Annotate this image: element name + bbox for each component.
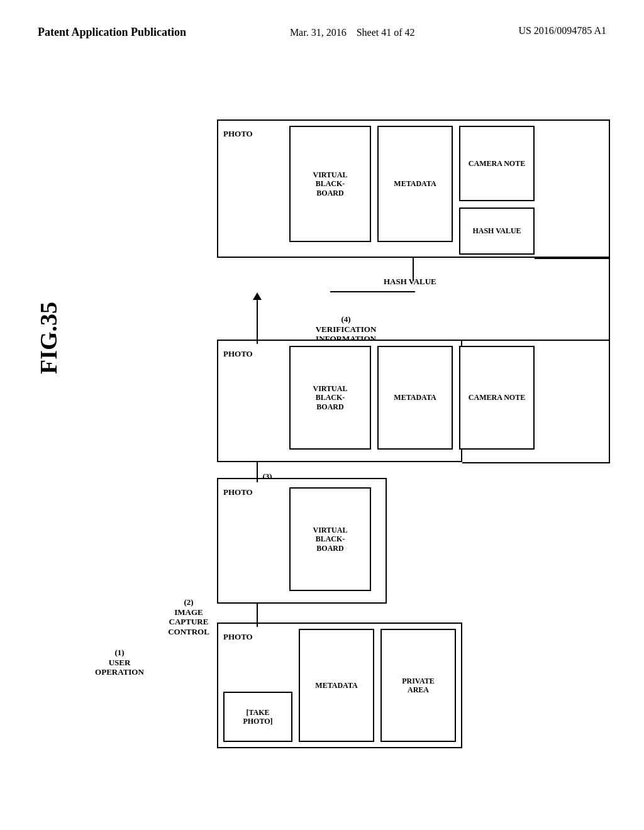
- page-header: Patent Application Publication Mar. 31, …: [0, 0, 644, 40]
- figure-label: FIG.35: [35, 302, 62, 374]
- header-date-sheet: Mar. 31, 2016 Sheet 41 of 42: [290, 25, 415, 40]
- header-sheet: Sheet 41 of 42: [357, 27, 415, 38]
- step4-camera-note-label: CAMERA NOTE: [469, 159, 525, 168]
- step1-private-area-box: PRIVATEAREA: [380, 629, 456, 742]
- step4-hash-value-box: HASH VALUE: [459, 208, 535, 255]
- step4-metadata-box: METADATA: [377, 126, 453, 242]
- step4-metadata-label: METADATA: [394, 179, 436, 188]
- stage-1-text: USEROPERATION: [88, 658, 151, 677]
- take-photo-label: [TAKEPHOTO]: [243, 708, 272, 726]
- step1-metadata-label: METADATA: [315, 681, 357, 690]
- header-date: Mar. 31, 2016: [290, 27, 347, 38]
- step4-virtual-board-box: VIRTUALBLACK-BOARD: [289, 126, 371, 242]
- step4-hash-value-label: HASH VALUE: [472, 226, 521, 235]
- step4-camera-note-box: CAMERA NOTE: [459, 126, 535, 201]
- step2-virtual-board-label: VIRTUALBLACK-BOARD: [313, 526, 348, 553]
- header-publication-label: Patent Application Publication: [38, 25, 186, 40]
- step3-virtual-board-label: VIRTUALBLACK-BOARD: [313, 384, 348, 411]
- h-line-step3-to-step4-top: [462, 340, 610, 341]
- step3-camera-note-label: CAMERA NOTE: [469, 393, 525, 402]
- h-line-to-hashval: [535, 258, 610, 259]
- step3-metadata-label: METADATA: [394, 393, 436, 402]
- step2-photo-label: PHOTO: [223, 487, 253, 497]
- step1-photo-label: PHOTO: [223, 632, 253, 642]
- stage-1-label: (1) USEROPERATION: [88, 648, 151, 677]
- stage-2-text: IMAGECAPTURECONTROL: [154, 607, 223, 637]
- step1-metadata-box: METADATA: [299, 629, 374, 742]
- arrow-head-3: [253, 292, 262, 300]
- step2-virtual-board-box: VIRTUALBLACK-BOARD: [289, 487, 371, 591]
- stage-4-number: (4): [305, 314, 387, 324]
- step4-photo-label: PHOTO: [223, 129, 253, 139]
- take-photo-box: [TAKEPHOTO]: [223, 692, 292, 742]
- diagram-area: (1) USEROPERATION (2) IMAGECAPTURECONTRO…: [82, 101, 623, 805]
- step3-metadata-box: METADATA: [377, 346, 453, 450]
- h-line-hash: [330, 291, 415, 292]
- step4-virtual-board-label: VIRTUALBLACK-BOARD: [313, 170, 348, 197]
- arrow-step2-to-step3: [253, 292, 262, 344]
- v-line-right: [609, 258, 610, 463]
- step1-private-area-label: PRIVATEAREA: [402, 677, 435, 695]
- stage-2-label: (2) IMAGECAPTURECONTROL: [154, 597, 223, 636]
- h-line-step3-to-step4-bot: [462, 462, 610, 463]
- header-patent-number: US 2016/0094785 A1: [518, 25, 606, 36]
- step3-photo-label: PHOTO: [223, 349, 253, 359]
- step3-virtual-board-box: VIRTUALBLACK-BOARD: [289, 346, 371, 450]
- step3-camera-note-box: CAMERA NOTE: [459, 346, 535, 450]
- arrow-line-3: [257, 300, 258, 344]
- stage-1-number: (1): [88, 648, 151, 658]
- stage-2-number: (2): [154, 597, 223, 607]
